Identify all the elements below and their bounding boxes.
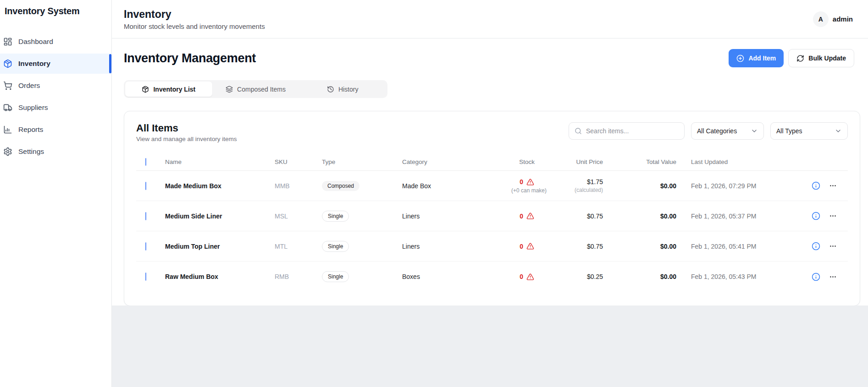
all-items-card: All Items View and manage all inventory …	[124, 111, 860, 306]
item-name: Medium Side Liner	[165, 213, 275, 220]
info-icon[interactable]	[812, 212, 820, 220]
stock-value: 0	[466, 178, 547, 186]
topbar: Inventory Monitor stock levels and inven…	[112, 0, 868, 38]
avatar: A	[813, 11, 829, 27]
sidebar-item-label: Dashboard	[18, 38, 53, 46]
sidebar-item-label: Settings	[18, 147, 44, 156]
search-input[interactable]	[586, 127, 679, 135]
row-checkbox[interactable]	[145, 182, 146, 190]
page-head: Inventory Management Add Item Bulk Updat…	[124, 48, 860, 68]
row-checkbox[interactable]	[145, 242, 146, 251]
unit-price: $0.25	[547, 273, 603, 280]
type-badge: Composed	[322, 181, 359, 191]
layers-icon	[226, 86, 233, 93]
page-heading: Inventory	[124, 8, 265, 21]
type-filter-select[interactable]: All Types	[770, 122, 848, 140]
col-unit-price: Unit Price	[547, 158, 603, 165]
sidebar-item-inventory[interactable]: Inventory	[0, 54, 111, 74]
type-badge: Single	[322, 211, 349, 222]
app-title: Inventory System	[0, 6, 111, 16]
head-actions: Add Item Bulk Update	[729, 49, 854, 67]
gear-icon	[3, 147, 12, 156]
tab-bar: Inventory ListComposed ItemsHistory	[124, 80, 387, 98]
chevron-down-icon	[835, 127, 842, 135]
content-section: Inventory Management Add Item Bulk Updat…	[112, 38, 868, 305]
col-sku: SKU	[275, 158, 322, 165]
col-type: Type	[322, 158, 402, 165]
row-menu-icon[interactable]	[829, 182, 837, 190]
row-checkbox[interactable]	[145, 273, 146, 281]
section-title: Inventory Management	[124, 51, 256, 65]
type-badge: Single	[322, 241, 349, 252]
item-sku: MMB	[275, 182, 322, 190]
info-icon[interactable]	[812, 181, 820, 190]
row-menu-icon[interactable]	[829, 212, 837, 220]
sidebar: Inventory System DashboardInventoryOrder…	[0, 0, 112, 387]
search-icon	[575, 127, 582, 135]
tab-inventory-list[interactable]: Inventory List	[125, 82, 212, 97]
unit-price: $0.75	[547, 213, 603, 220]
add-item-button[interactable]: Add Item	[729, 49, 784, 67]
card-head: All Items View and manage all inventory …	[136, 122, 848, 142]
search-box	[569, 122, 685, 140]
sidebar-item-settings[interactable]: Settings	[0, 142, 111, 162]
item-sku: RMB	[275, 273, 322, 280]
unit-price: $0.75	[547, 243, 603, 250]
items-table: Name SKU Type Category Stock Unit Price …	[136, 153, 848, 292]
item-category: Made Box	[402, 182, 466, 190]
stock-note: (+0 can make)	[466, 187, 547, 194]
page-subheading: Monitor stock levels and inventory movem…	[124, 22, 265, 30]
sidebar-nav: DashboardInventoryOrdersSuppliersReports…	[0, 32, 111, 162]
col-total-value: Total Value	[603, 158, 676, 165]
item-name: Medium Top Liner	[165, 243, 275, 250]
info-icon[interactable]	[812, 242, 820, 251]
bar-chart-icon	[3, 125, 12, 134]
table-body: Made Medium Box MMB Composed Made Box 0 …	[136, 171, 848, 292]
last-updated: Feb 1, 2026, 07:29 PM	[676, 182, 780, 190]
tab-composed-items[interactable]: Composed Items	[212, 82, 299, 97]
chevron-down-icon	[751, 127, 758, 135]
history-icon	[327, 86, 334, 93]
sidebar-item-reports[interactable]: Reports	[0, 120, 111, 140]
total-value: $0.00	[603, 243, 676, 250]
row-menu-icon[interactable]	[829, 242, 837, 250]
stock-value: 0	[466, 212, 547, 220]
row-checkbox[interactable]	[145, 212, 146, 220]
category-filter-select[interactable]: All Categories	[691, 122, 764, 140]
item-category: Liners	[402, 213, 466, 220]
sidebar-item-suppliers[interactable]: Suppliers	[0, 98, 111, 118]
card-subtitle: View and manage all inventory items	[136, 136, 237, 142]
sidebar-item-orders[interactable]: Orders	[0, 76, 111, 96]
last-updated: Feb 1, 2026, 05:43 PM	[676, 273, 780, 280]
warning-icon	[526, 212, 534, 220]
sidebar-item-label: Reports	[18, 125, 43, 134]
table-row: Made Medium Box MMB Composed Made Box 0 …	[136, 171, 848, 201]
sidebar-item-label: Orders	[18, 82, 40, 90]
tab-label: History	[338, 86, 359, 93]
unit-price: $1.75	[547, 178, 603, 185]
item-category: Liners	[402, 243, 466, 250]
tab-history[interactable]: History	[299, 82, 386, 97]
stock-value: 0	[466, 242, 547, 250]
tab-label: Inventory List	[153, 86, 195, 93]
warning-icon	[526, 273, 534, 281]
row-menu-icon[interactable]	[829, 273, 837, 281]
plus-circle-icon	[736, 55, 744, 62]
package-icon	[3, 59, 12, 68]
table-header-row: Name SKU Type Category Stock Unit Price …	[136, 153, 848, 171]
col-category: Category	[402, 158, 466, 165]
info-icon[interactable]	[812, 273, 820, 281]
last-updated: Feb 1, 2026, 05:37 PM	[676, 213, 780, 220]
sidebar-item-dashboard[interactable]: Dashboard	[0, 32, 111, 52]
truck-icon	[3, 103, 12, 112]
item-sku: MTL	[275, 243, 322, 250]
sidebar-item-label: Inventory	[18, 60, 50, 68]
warning-icon	[526, 178, 534, 186]
user-menu[interactable]: A admin	[813, 11, 853, 27]
table-row: Raw Medium Box RMB Single Boxes 0 $0.25 …	[136, 262, 848, 292]
item-name: Raw Medium Box	[165, 273, 275, 280]
select-all-checkbox[interactable]	[145, 158, 146, 166]
stock-value: 0	[466, 273, 547, 281]
bulk-update-button[interactable]: Bulk Update	[788, 49, 854, 67]
total-value: $0.00	[603, 213, 676, 220]
